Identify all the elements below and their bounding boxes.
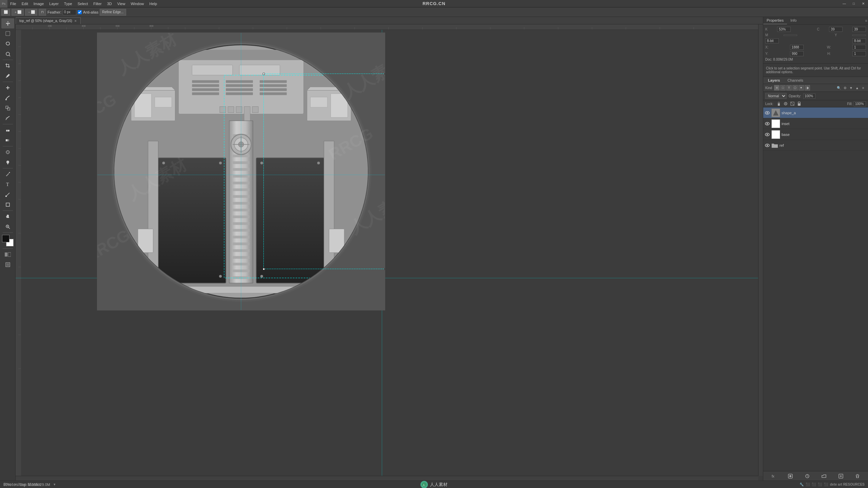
lock-art-icon[interactable] [783,101,788,106]
layer-delete-btn[interactable] [854,473,861,480]
minimize-button[interactable]: — [840,0,849,7]
kind-type[interactable]: T [786,85,792,90]
info-tab[interactable]: Info [787,17,800,24]
lock-trans-icon[interactable] [790,101,795,106]
layer-vis-inset[interactable] [765,121,770,126]
doc-toggle[interactable]: ▾ [54,482,56,487]
selection-handle-tr[interactable] [384,73,385,75]
menu-3d[interactable]: 3D [104,0,115,7]
document-image[interactable]: 人人素材 RRCG 人人素材 RRCG 人人素材 RRCG 人人素材 [97,33,385,310]
menu-select[interactable]: Select [75,0,91,7]
layers-collapse-btn[interactable]: ▼ [848,85,854,90]
tool-mode-btn3[interactable]: －⬜ [25,9,37,16]
brush-tool[interactable] [1,93,14,103]
layers-tab[interactable]: Layers [766,78,782,82]
marquee-tool[interactable] [1,28,14,39]
blur-tool[interactable] [1,147,14,157]
color-boxes[interactable] [2,235,14,246]
selection-handle-tl[interactable] [263,73,265,75]
gradient-tool[interactable] [1,135,14,145]
channels-tab[interactable]: Channels [785,78,805,82]
eraser-tool[interactable] [1,125,14,135]
layer-item-base[interactable]: base [763,129,868,140]
kind-fill[interactable]: ◑ [805,85,810,90]
move-tool[interactable] [1,18,14,28]
tool-mode-btn1[interactable]: ⬜ [1,9,10,16]
layer-vis-shape-a[interactable] [765,110,770,116]
feather-input[interactable] [63,9,76,15]
menu-image[interactable]: Image [31,0,47,7]
svg-rect-14 [6,203,9,206]
status-icon-3[interactable]: ⬛ [812,483,816,486]
tool-mode-btn4[interactable]: ⊓ [39,9,46,16]
layers-expand-btn[interactable]: ▲ [854,85,860,90]
menu-view[interactable]: View [115,0,128,7]
status-icon-5[interactable]: ⬛ [824,483,828,486]
document-tab[interactable]: top_ref @ 50% (shape_a, Gray/16) ✕ [16,17,81,24]
menu-window[interactable]: Window [128,0,146,7]
layer-item-shape-a[interactable]: shape_a [763,107,868,118]
fill-input[interactable] [854,101,866,106]
layer-mask-btn[interactable] [787,473,794,480]
eyedropper-tool[interactable] [1,71,14,81]
close-button[interactable]: ✕ [859,0,868,7]
status-icon-4[interactable]: ⬛ [818,483,822,486]
vertical-scrollbar[interactable] [758,24,763,476]
zoom-tool[interactable] [1,222,14,232]
path-select-tool[interactable] [1,189,14,200]
kind-smart[interactable]: ✦ [798,85,804,90]
layers-menu-btn[interactable]: ≡ [861,85,866,90]
layer-vis-ref[interactable] [765,143,770,148]
selection-handle-br[interactable] [384,268,385,270]
dodge-tool[interactable] [1,157,14,167]
shape-tool[interactable] [1,200,14,210]
layer-group-btn[interactable] [821,473,827,480]
panel-menu-btn[interactable]: ≡ [865,19,867,23]
status-icon-2[interactable]: ⬛ [806,483,810,486]
maximize-button[interactable]: □ [849,0,859,7]
pen-tool[interactable] [1,169,14,179]
horizontal-scrollbar[interactable] [16,476,758,481]
opacity-input[interactable] [803,94,815,99]
menu-help[interactable]: Help [147,0,160,7]
tool-options-group: ⬜ ＋⬜ －⬜ ⊓ [1,9,46,16]
layer-new-btn[interactable] [837,473,844,480]
quick-mask-btn[interactable] [1,249,14,260]
quick-select-tool[interactable] [1,49,14,59]
layers-search-btn[interactable]: 🔍 [836,85,842,90]
selection-handle-bl[interactable] [263,268,265,270]
history-brush-tool[interactable] [1,113,14,123]
hand-tool[interactable] [1,211,14,222]
foreground-color[interactable] [2,235,9,242]
blend-mode-select[interactable]: Normal Multiply Screen Overlay [765,93,787,99]
layers-options-btn[interactable]: ⚙ [842,85,848,90]
menu-type[interactable]: Type [61,0,75,7]
instruction-text: Click to set a selection segment point. … [763,64,868,77]
kind-all[interactable]: ≡ [774,85,780,90]
lock-all-icon[interactable] [796,101,802,106]
layer-item-ref[interactable]: ref [763,140,868,151]
screen-mode-btn[interactable] [1,260,14,270]
lock-pos-icon[interactable] [776,101,782,106]
lasso-tool[interactable] [1,39,14,49]
tool-mode-btn2[interactable]: ＋⬜ [12,9,24,16]
crop-tool[interactable] [1,61,14,71]
layer-fx-btn[interactable]: fx [770,473,777,480]
refine-edge-button[interactable]: Refine Edge... [100,9,126,16]
anti-alias-checkbox[interactable] [78,10,82,14]
clone-tool[interactable] [1,103,14,113]
layer-adj-btn[interactable] [804,473,811,480]
kind-pixel[interactable]: □ [780,85,786,90]
status-icon-1[interactable]: 🔧 [800,483,804,486]
menu-filter[interactable]: Filter [91,0,104,7]
kind-shape[interactable]: ⬡ [792,85,798,90]
text-tool[interactable]: T [1,179,14,189]
healing-tool[interactable] [1,83,14,93]
properties-tab[interactable]: Properties [763,17,787,24]
document-tab-close[interactable]: ✕ [74,19,77,23]
layer-item-inset[interactable]: inset [763,118,868,129]
menu-file[interactable]: File [7,0,19,7]
menu-edit[interactable]: Edit [19,0,31,7]
menu-layer[interactable]: Layer [46,0,61,7]
layer-vis-base[interactable] [765,132,770,137]
